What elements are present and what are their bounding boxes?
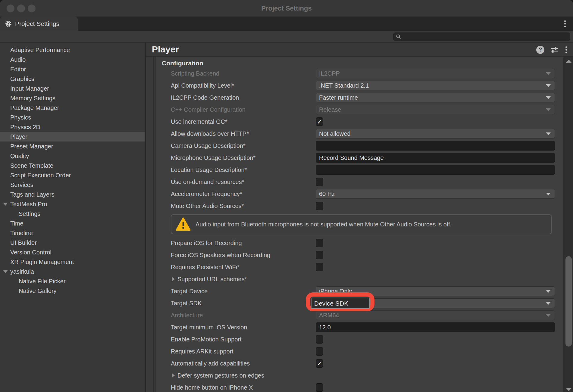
il2cpp-code-generation-dropdown[interactable]: Faster runtime <box>316 93 555 102</box>
sidebar-item-label: Settings <box>19 210 40 217</box>
allow-downloads-over-http-dropdown[interactable]: Not allowed <box>316 129 555 138</box>
sidebar-item-label: Scene Template <box>10 162 53 169</box>
row-supported-url-schemes: Supported URL schemes* <box>146 273 564 285</box>
close-button[interactable] <box>7 5 14 12</box>
setting-value: .NET Standard 2.1 <box>316 81 555 90</box>
setting-label: Automatically add capabilities <box>171 360 316 367</box>
sidebar-item-services[interactable]: Services <box>0 180 145 190</box>
scrollbar-thumb[interactable] <box>565 256 572 347</box>
sidebar-item-audio[interactable]: Audio <box>0 55 145 64</box>
sidebar-item-quality[interactable]: Quality <box>0 151 145 161</box>
sidebar-item-input-manager[interactable]: Input Manager <box>0 84 145 93</box>
sidebar-item-player[interactable]: Player <box>0 132 145 142</box>
sidebar: Adaptive PerformanceAudioEditorGraphicsI… <box>0 43 145 392</box>
tab-label: Project Settings <box>15 20 59 27</box>
enable-promotion-support-checkbox[interactable] <box>316 335 323 344</box>
requires-arkit-support-checkbox[interactable] <box>316 347 323 356</box>
sidebar-item-native-file-picker[interactable]: Native File Picker <box>0 276 145 286</box>
sidebar-item-settings[interactable]: Settings <box>0 209 145 219</box>
scroll-down-arrow-icon[interactable] <box>566 388 571 391</box>
sidebar-item-native-gallery[interactable]: Native Gallery <box>0 286 145 296</box>
mute-other-audio-sources-checkbox[interactable] <box>316 202 323 210</box>
sidebar-item-time[interactable]: Time <box>0 219 145 228</box>
project-settings-window: Project Settings Project Settings <box>0 0 573 392</box>
setting-label-text: C++ Compiler Configuration <box>171 106 246 113</box>
row-architecture: ArchitectureARM64 <box>146 309 564 321</box>
setting-label-text: Target minimum iOS Version <box>171 324 247 331</box>
sidebar-item-memory-settings[interactable]: Memory Settings <box>0 93 145 103</box>
target-device-dropdown[interactable]: iPhone Only <box>316 286 555 296</box>
setting-label-text: Microphone Usage Description* <box>171 154 255 161</box>
c-compiler-configuration-dropdown: Release <box>316 105 555 114</box>
microphone-usage-description-input[interactable]: Record Sound Message <box>316 153 555 163</box>
sidebar-item-editor[interactable]: Editor <box>0 64 145 74</box>
sidebar-item-xr-plugin-management[interactable]: XR Plugin Management <box>0 257 145 267</box>
content-panel: Player ? Configuration <box>146 43 573 392</box>
settings-rows: Scripting BackendIL2CPPApi Compatibility… <box>146 67 564 392</box>
sidebar-item-scene-template[interactable]: Scene Template <box>0 161 145 170</box>
presets-icon[interactable] <box>550 46 558 53</box>
foldout-open-icon[interactable] <box>3 203 8 206</box>
use-incremental-gc-checkbox[interactable]: ✓ <box>316 117 323 126</box>
header-kebab-menu-icon[interactable] <box>564 45 568 54</box>
tab-bar-kebab-menu-icon[interactable] <box>563 19 567 29</box>
requires-persistent-wifi-checkbox[interactable] <box>316 263 323 271</box>
foldout-collapsed-icon[interactable] <box>172 277 175 282</box>
sidebar-item-physics[interactable]: Physics <box>0 113 145 122</box>
help-icon[interactable]: ? <box>536 46 544 54</box>
force-ios-speakers-when-recording-checkbox[interactable] <box>316 251 323 259</box>
use-on-demand-resources-checkbox[interactable] <box>316 178 323 186</box>
sidebar-item-textmesh-pro[interactable]: TextMesh Pro <box>0 199 145 209</box>
dropdown-value: .NET Standard 2.1 <box>319 82 369 89</box>
row-prepare-ios-for-recording: Prepare iOS for Recording <box>146 237 564 249</box>
dropdown-value: 60 Hz <box>319 191 335 198</box>
camera-usage-description-input[interactable] <box>316 141 555 151</box>
row-scripting-backend: Scripting BackendIL2CPP <box>146 67 564 79</box>
search-field[interactable] <box>393 33 570 41</box>
sidebar-item-script-execution-order[interactable]: Script Execution Order <box>0 170 145 180</box>
tab-project-settings[interactable]: Project Settings <box>0 17 78 31</box>
row-api-compatibility-level: Api Compatibility Level*.NET Standard 2.… <box>146 79 564 92</box>
sidebar-item-label: Time <box>10 220 23 227</box>
setting-label: Supported URL schemes* <box>172 276 317 283</box>
target-sdk-dropdown[interactable] <box>316 298 555 308</box>
dropdown-value: ARM64 <box>319 312 339 319</box>
setting-label-text: Force iOS Speakers when Recording <box>171 252 270 259</box>
page-title: Player <box>152 44 179 54</box>
setting-label: Scripting Backend <box>171 70 316 77</box>
row-use-on-demand-resources: Use on-demand resources* <box>146 176 564 188</box>
setting-label-text: Hide home button on iPhone X <box>171 384 253 391</box>
prepare-ios-for-recording-checkbox[interactable] <box>316 239 323 247</box>
sidebar-item-adaptive-performance[interactable]: Adaptive Performance <box>0 45 145 55</box>
sidebar-item-tags-and-layers[interactable]: Tags and Layers <box>0 190 145 199</box>
row-hide-home-button-on-iphone-x: Hide home button on iPhone X <box>146 381 564 392</box>
location-usage-description-input[interactable] <box>316 165 555 175</box>
sidebar-item-timeline[interactable]: Timeline <box>0 228 145 238</box>
foldout-collapsed-icon[interactable] <box>172 373 175 378</box>
automatically-add-capabilities-checkbox[interactable]: ✓ <box>316 359 323 368</box>
sidebar-item-preset-manager[interactable]: Preset Manager <box>0 142 145 151</box>
foldout-open-icon[interactable] <box>3 270 8 273</box>
api-compatibility-level-dropdown[interactable]: .NET Standard 2.1 <box>316 81 555 90</box>
accelerometer-frequency-dropdown[interactable]: 60 Hz <box>316 189 555 199</box>
setting-value: iPhone Only <box>316 286 555 296</box>
search-input[interactable] <box>403 33 570 40</box>
sidebar-item-graphics[interactable]: Graphics <box>0 74 145 84</box>
sidebar-item-package-manager[interactable]: Package Manager <box>0 103 145 113</box>
sidebar-item-ui-builder[interactable]: UI Builder <box>0 238 145 247</box>
sidebar-item-version-control[interactable]: Version Control <box>0 247 145 257</box>
dropdown-arrow-icon <box>546 132 551 135</box>
sidebar-item-physics-2d[interactable]: Physics 2D <box>0 122 145 132</box>
sidebar-item-yasirkula[interactable]: yasirkula <box>0 267 145 276</box>
zoom-button[interactable] <box>28 5 36 12</box>
setting-value: Faster runtime <box>316 93 555 102</box>
search-icon <box>396 34 401 39</box>
minimize-button[interactable] <box>17 5 25 12</box>
setting-value <box>316 239 555 247</box>
target-minimum-ios-version-input[interactable]: 12.0 <box>316 322 555 332</box>
hide-home-button-on-iphone-x-checkbox[interactable] <box>316 383 323 392</box>
setting-value: 12.0 <box>316 322 555 332</box>
content-scrollbar[interactable] <box>564 57 573 392</box>
scroll-up-arrow-icon[interactable] <box>566 60 571 63</box>
row-use-incremental-gc: Use incremental GC*✓ <box>146 116 564 128</box>
